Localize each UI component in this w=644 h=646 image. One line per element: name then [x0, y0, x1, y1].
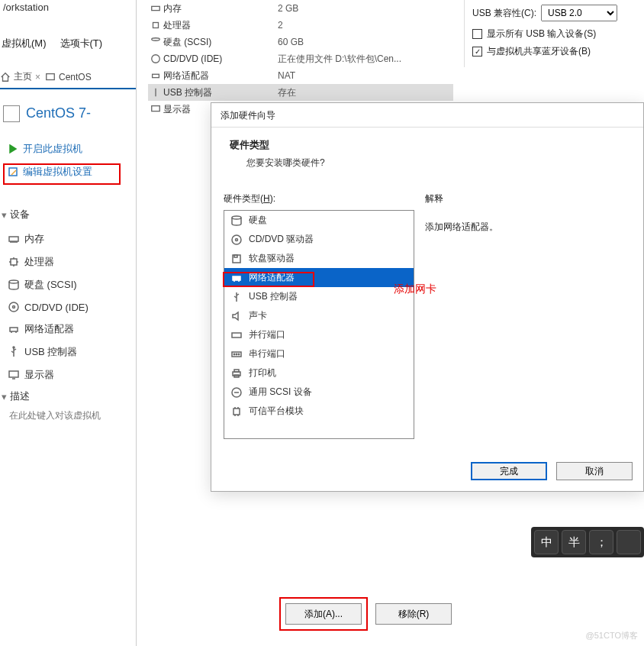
device-disk[interactable]: 硬盘 (SCSI) — [8, 273, 130, 296]
edit-settings-link[interactable]: 编辑虚拟机设置 — [8, 165, 92, 179]
summary-label: 硬盘 (SCSI) — [163, 36, 278, 49]
device-cddvd-label: CD/DVD (IDE) — [24, 302, 89, 313]
printer-icon — [230, 367, 243, 380]
svg-point-5 — [9, 302, 18, 312]
remove-button[interactable]: 移除(R) — [375, 603, 452, 625]
ime-bar[interactable]: 中 半 ； — [531, 527, 644, 557]
hw-option-tpm[interactable]: 可信平台模块 — [224, 402, 414, 421]
usb-compat-select[interactable]: USB 2.0 — [541, 5, 617, 21]
device-memory-label: 内存 — [24, 232, 44, 246]
svg-point-18 — [236, 238, 238, 241]
hw-option-label: USB 控制器 — [249, 290, 298, 303]
tab-bar: 主页 × CentOS — [0, 70, 136, 89]
svg-rect-7 — [10, 328, 18, 331]
device-display-label: 显示器 — [24, 368, 54, 382]
hw-option-label: 串行端口 — [249, 347, 285, 360]
add-button[interactable]: 添加(A)... — [285, 603, 362, 625]
display-icon — [150, 104, 161, 115]
hw-option-disk[interactable]: 硬盘 — [224, 211, 414, 230]
svg-point-24 — [233, 354, 234, 354]
disc-icon — [230, 234, 243, 246]
cpu-icon — [150, 20, 161, 31]
summary-row-usb[interactable]: USB 控制器存在 — [148, 84, 453, 101]
usb-icon — [150, 87, 161, 98]
vm-actions: 开启此虚拟机 编辑虚拟机设置 — [8, 142, 92, 188]
hw-option-sound[interactable]: 声卡 — [224, 306, 414, 325]
svg-rect-2 — [9, 237, 18, 241]
summary-row-cddvd[interactable]: CD/DVD (IDE)正在使用文件 D:\软件包\Cen... — [148, 50, 453, 67]
device-network[interactable]: 网络适配器 — [8, 318, 130, 341]
watermark: @51CTO博客 — [586, 630, 638, 641]
ime-key[interactable]: 半 — [562, 530, 586, 554]
usb-icon — [230, 291, 243, 303]
devices-list: 内存 处理器 硬盘 (SCSI) CD/DVD (IDE) 网络适配器 USB … — [8, 228, 130, 386]
explain-label: 解释 — [425, 192, 631, 205]
explain-text: 添加网络适配器。 — [425, 221, 631, 234]
menu-vm[interactable]: 虚拟机(M) — [2, 37, 47, 50]
cancel-button[interactable]: 取消 — [556, 462, 633, 480]
usb-show-all-checkbox[interactable]: 显示所有 USB 输入设备(S) — [472, 27, 636, 40]
ime-key[interactable] — [617, 530, 641, 554]
hw-option-network[interactable]: 网络适配器 — [224, 268, 414, 287]
memory-icon — [150, 3, 161, 14]
description-section-header[interactable]: ▾ 描述 — [2, 389, 30, 403]
memory-icon — [8, 233, 20, 245]
hw-option-parallel[interactable]: 并行端口 — [224, 325, 414, 344]
usb-share-bt-checkbox[interactable]: ✓ 与虚拟机共享蓝牙设备(B) — [472, 45, 636, 58]
summary-value: 2 — [278, 20, 283, 31]
summary-row-network[interactable]: 网络适配器NAT — [148, 67, 453, 84]
svg-point-17 — [232, 235, 241, 244]
hw-type-listbox[interactable]: 硬盘 CD/DVD 驱动器 软盘驱动器 网络适配器 USB 控制器 声卡 并行端… — [224, 210, 414, 439]
hw-option-cddvd[interactable]: CD/DVD 驱动器 — [224, 230, 414, 249]
summary-value: NAT — [278, 70, 295, 81]
device-display[interactable]: 显示器 — [8, 363, 130, 386]
hw-explain: 解释 添加网络适配器。 — [425, 192, 631, 422]
tab-vm[interactable]: CentOS — [45, 72, 92, 82]
menu-tabs[interactable]: 选项卡(T) — [60, 37, 103, 50]
checkbox-icon — [472, 29, 482, 39]
finish-button[interactable]: 完成 — [471, 462, 547, 480]
tab-vm-label: CentOS — [59, 72, 92, 82]
device-cpu[interactable]: 处理器 — [8, 250, 130, 273]
device-disk-label: 硬盘 (SCSI) — [24, 278, 77, 292]
devices-section-header[interactable]: ▾ 设备 — [2, 208, 30, 221]
ime-key[interactable]: ； — [589, 530, 613, 554]
hw-option-label: 硬盘 — [249, 214, 267, 227]
vm-title: CentOS 7- — [26, 105, 91, 121]
disk-icon — [230, 215, 243, 227]
network-icon — [150, 70, 161, 81]
hw-option-serial[interactable]: 串行端口 — [224, 344, 414, 363]
device-usb[interactable]: USB 控制器 — [8, 341, 130, 363]
hw-option-usb[interactable]: USB 控制器 — [224, 287, 414, 306]
description-hint[interactable]: 在此处键入对该虚拟机 — [9, 409, 101, 422]
tab-home[interactable]: 主页 × — [0, 70, 40, 83]
device-cpu-label: 处理器 — [24, 255, 54, 269]
vm-icon — [3, 105, 20, 122]
summary-row-cpu[interactable]: 处理器2 — [148, 17, 453, 34]
device-memory[interactable]: 内存 — [8, 228, 130, 250]
cpu-icon — [8, 256, 20, 268]
annotation-text: 添加网卡 — [394, 283, 436, 296]
summary-label: CD/DVD (IDE) — [163, 53, 278, 64]
device-usb-label: USB 控制器 — [24, 345, 77, 359]
summary-row-memory[interactable]: 内存2 GB — [148, 0, 453, 17]
power-on-link[interactable]: 开启此虚拟机 — [8, 142, 92, 156]
disc-icon — [8, 301, 20, 313]
hw-option-label: 声卡 — [249, 309, 267, 322]
svg-rect-31 — [233, 409, 240, 415]
hw-option-printer[interactable]: 打印机 — [224, 363, 414, 383]
chevron-down-icon: ▾ — [2, 391, 7, 402]
svg-rect-10 — [152, 6, 160, 10]
app-title: /orkstation — [0, 2, 49, 13]
hw-option-scsi[interactable]: 通用 SCSI 设备 — [224, 383, 414, 402]
usb-share-bt-label: 与虚拟机共享蓝牙设备(B) — [487, 45, 591, 58]
hw-option-label: CD/DVD 驱动器 — [249, 233, 314, 246]
close-icon[interactable]: × — [35, 72, 40, 82]
checkbox-checked-icon: ✓ — [472, 47, 482, 57]
device-cddvd[interactable]: CD/DVD (IDE) — [8, 296, 130, 318]
hw-option-floppy[interactable]: 软盘驱动器 — [224, 249, 414, 268]
ime-key[interactable]: 中 — [534, 530, 559, 554]
summary-row-disk[interactable]: 硬盘 (SCSI)60 GB — [148, 34, 453, 50]
svg-rect-28 — [234, 370, 239, 372]
hw-option-label: 并行端口 — [249, 328, 285, 341]
